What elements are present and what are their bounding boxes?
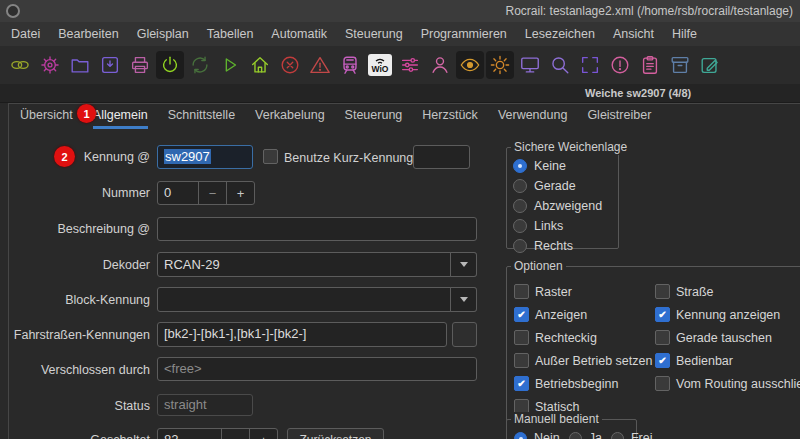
- clipboard-icon[interactable]: [636, 51, 664, 79]
- tab-herzstuck[interactable]: Herzstück: [422, 104, 478, 129]
- checkbox-ausser-betrieb-setzen[interactable]: Außer Betrieb setzen: [514, 349, 652, 372]
- radio-icon: [569, 432, 582, 439]
- optionen-title: Optionen: [511, 259, 566, 274]
- menu-item-programmieren[interactable]: Programmieren: [412, 22, 516, 46]
- menu-item-hilfe[interactable]: Hilfe: [663, 22, 706, 46]
- edit-icon[interactable]: [696, 51, 724, 79]
- dekoder-combobox[interactable]: RCAN-29: [157, 252, 477, 277]
- dekoder-dropdown-button[interactable]: [450, 252, 477, 277]
- tabbar: ÜbersichtAllgemeinSchnittstelleVerkabelu…: [9, 103, 800, 129]
- radio-links[interactable]: Links: [513, 216, 602, 236]
- printer-icon[interactable]: [126, 51, 154, 79]
- power-icon[interactable]: [156, 51, 184, 79]
- chevron-down-icon: [460, 262, 468, 267]
- kurzkennung-checkbox[interactable]: [263, 149, 278, 164]
- radio-icon: [513, 179, 527, 193]
- tab-verwendung[interactable]: Verwendung: [498, 104, 568, 129]
- archive-icon[interactable]: [666, 51, 694, 79]
- eye-icon[interactable]: [456, 51, 484, 79]
- sliders-icon[interactable]: [396, 51, 424, 79]
- radio-label: Ja: [589, 431, 602, 439]
- geschaltet-minus-button[interactable]: −: [221, 429, 249, 439]
- search-icon[interactable]: [546, 51, 574, 79]
- geschaltet-spinner[interactable]: 82 − +: [157, 428, 278, 439]
- radio-icon: [513, 159, 527, 173]
- menu-item-steuerung[interactable]: Steuerung: [336, 22, 412, 46]
- beschreibung-input[interactable]: [157, 217, 477, 241]
- kennung-selected-text: sw2907: [164, 149, 211, 164]
- tab-steuerung[interactable]: Steuerung: [345, 104, 403, 129]
- radio-frei[interactable]: Frei: [611, 430, 653, 439]
- user-icon[interactable]: [426, 51, 454, 79]
- radio-label: Keine: [534, 159, 566, 173]
- alert-icon[interactable]: [606, 51, 634, 79]
- nummer-spinner[interactable]: 0 − +: [157, 181, 255, 205]
- radio-rechts[interactable]: Rechts: [513, 236, 602, 256]
- annotation-badge-2: 2: [54, 146, 75, 167]
- checkbox-gerade-tauschen[interactable]: Gerade tauschen: [655, 326, 800, 349]
- geschaltet-plus-button[interactable]: +: [249, 429, 277, 439]
- geschaltet-value[interactable]: 82: [158, 429, 221, 439]
- menu-item-bearbeiten[interactable]: Bearbeiten: [49, 22, 127, 46]
- nummer-minus-button[interactable]: −: [198, 182, 226, 204]
- checkbox-label: Anzeigen: [535, 308, 587, 322]
- manuell-options: NeinJaFrei: [514, 430, 652, 439]
- menu-item-tabellen[interactable]: Tabellen: [198, 22, 263, 46]
- window-menu-icon[interactable]: [6, 4, 20, 18]
- status-label: Status: [0, 398, 150, 414]
- menu-item-datei[interactable]: Datei: [2, 22, 49, 46]
- stop-icon[interactable]: [276, 51, 304, 79]
- zuruecksetzen-button[interactable]: Zurücksetzen: [287, 428, 384, 439]
- menu-item-lesezeichen[interactable]: Lesezeichen: [516, 22, 604, 46]
- checkbox-rechteckig[interactable]: Rechteckig: [514, 326, 652, 349]
- radio-keine[interactable]: Keine: [513, 156, 602, 176]
- tab-schnittstelle[interactable]: Schnittstelle: [168, 104, 235, 129]
- checkbox-strasse[interactable]: Straße: [655, 280, 800, 303]
- geschaltet-label: Geschaltet: [0, 432, 150, 439]
- checkbox-raster[interactable]: Raster: [514, 280, 652, 303]
- verschlossen-input[interactable]: <free>: [157, 357, 477, 381]
- checkbox-kennung-anzeigen[interactable]: ✔Kennung anzeigen: [655, 303, 800, 326]
- monitor-icon[interactable]: [516, 51, 544, 79]
- nummer-value[interactable]: 0: [158, 182, 198, 204]
- kennung-input[interactable]: sw2907: [157, 145, 253, 169]
- warning-icon[interactable]: [306, 51, 334, 79]
- tab-allgemein[interactable]: Allgemein: [93, 104, 148, 129]
- refresh-icon[interactable]: [186, 51, 214, 79]
- checkbox-icon: ✔: [655, 307, 670, 322]
- tab-ubersicht[interactable]: Übersicht: [20, 104, 73, 129]
- checkbox-bedienbar[interactable]: ✔Bedienbar: [655, 349, 800, 372]
- link-icon[interactable]: [6, 51, 34, 79]
- checkbox-anzeigen[interactable]: ✔Anzeigen: [514, 303, 652, 326]
- checkbox-betriebsbeginn[interactable]: ✔Betriebsbeginn: [514, 372, 652, 395]
- gear-icon[interactable]: [36, 51, 64, 79]
- fahrstrassen-picker-button[interactable]: [452, 322, 477, 347]
- checkbox-vom-routing-ausschliessen[interactable]: Vom Routing ausschließen: [655, 372, 800, 395]
- play-icon[interactable]: [216, 51, 244, 79]
- radio-abzweigend[interactable]: Abzweigend: [513, 196, 602, 216]
- home-icon[interactable]: [246, 51, 274, 79]
- radio-gerade[interactable]: Gerade: [513, 176, 602, 196]
- blockkennung-combobox[interactable]: [157, 287, 477, 312]
- fullscreen-icon[interactable]: [576, 51, 604, 79]
- checkbox-label: Vom Routing ausschließen: [676, 377, 800, 391]
- folder-icon[interactable]: [66, 51, 94, 79]
- menu-item-gleisplan[interactable]: Gleisplan: [128, 22, 198, 46]
- radio-ja[interactable]: Ja: [569, 430, 602, 439]
- blockkennung-dropdown-button[interactable]: [450, 287, 477, 312]
- menu-item-automatik[interactable]: Automatik: [262, 22, 336, 46]
- tab-gleistreiber[interactable]: Gleistreiber: [587, 104, 651, 129]
- radio-nein[interactable]: Nein: [514, 430, 560, 439]
- train-icon[interactable]: [336, 51, 364, 79]
- fahrstrassen-input[interactable]: [bk2-]-[bk1-],[bk1-]-[bk2-]: [157, 322, 447, 347]
- menu-item-ansicht[interactable]: Ansicht: [604, 22, 663, 46]
- radio-label: Nein: [534, 431, 560, 439]
- brightness-icon[interactable]: [486, 51, 514, 79]
- nummer-plus-button[interactable]: +: [226, 182, 254, 204]
- radio-label: Frei: [631, 431, 653, 439]
- import-icon[interactable]: [96, 51, 124, 79]
- tab-verkabelung[interactable]: Verkabelung: [255, 104, 325, 129]
- window-titlebar: Rocrail: testanlage2.xml (/home/rsb/rocr…: [0, 0, 800, 22]
- wio-icon[interactable]: WiO: [366, 51, 394, 79]
- kurzkennung-input[interactable]: [413, 145, 470, 169]
